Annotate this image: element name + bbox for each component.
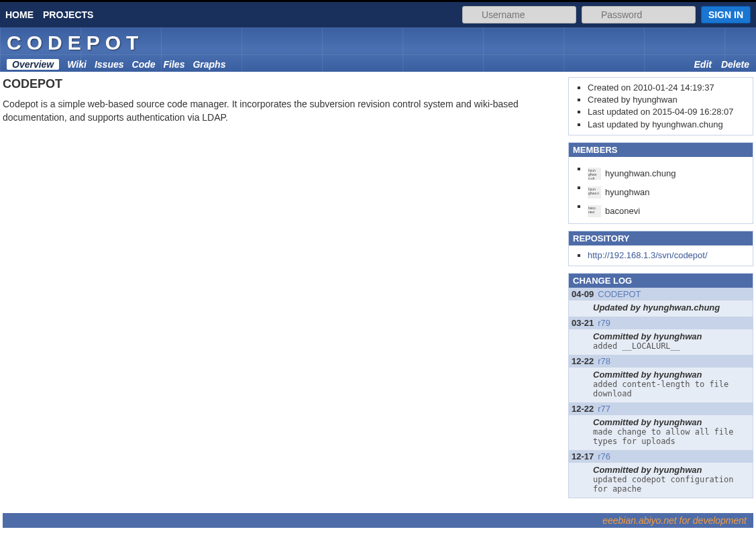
content: CODEPOT Codepot is a simple web-based so… <box>0 72 756 510</box>
info-updated-on: Last updated on 2015-04-09 16:28:07 <box>588 106 747 118</box>
main-content: CODEPOT Codepot is a simple web-based so… <box>3 77 560 505</box>
login-form: SIGN IN <box>462 6 751 23</box>
tab-overview[interactable]: Overview <box>7 59 59 70</box>
members-header: MEMBERS <box>569 143 753 157</box>
topbar: HOME PROJECTS SIGN IN <box>0 0 756 27</box>
changelog-panel: CHANGE LOG 04-09 CODEPOTUpdated by hyung… <box>568 273 753 498</box>
sidebar: Created on 2010-01-24 14:19:37 Created b… <box>568 77 753 505</box>
changelog-revision[interactable]: r76 <box>598 451 610 461</box>
banner: CODEPOT Overview Wiki Issues Code Files … <box>0 27 756 72</box>
changelog-date: 12-22 <box>572 404 594 414</box>
member-item: hyun ghwa nhyunghwan <box>588 182 747 199</box>
members-panel: MEMBERS hyun ghwa n.chhyunghwan.chunghyu… <box>568 142 753 224</box>
changelog-revision[interactable]: r79 <box>598 318 610 328</box>
changelog-message: made change to allow all file types for … <box>593 427 749 446</box>
info-panel: Created on 2010-01-24 14:19:37 Created b… <box>568 77 753 135</box>
footer-text: eeebian.abiyo.net for development <box>602 515 747 526</box>
changelog-message: added __LOCALURL__ <box>593 341 749 351</box>
changelog-header: CHANGE LOG <box>569 274 753 288</box>
changelog-revision[interactable]: CODEPOT <box>598 289 641 299</box>
avatar: hyun ghwa n.ch <box>588 168 601 180</box>
edit-link[interactable]: Edit <box>694 59 712 70</box>
tab-files[interactable]: Files <box>164 59 185 70</box>
repository-panel: REPOSITORY http://192.168.1.3/svn/codepo… <box>568 231 753 266</box>
changelog-date: 12-22 <box>572 356 594 366</box>
member-name: hyunghwan.chung <box>605 168 676 180</box>
tab-issues[interactable]: Issues <box>95 59 124 70</box>
changelog-entry: 12-17 r76Committed by hyunghwanupdated c… <box>569 450 753 498</box>
footer: eeebian.abiyo.net for development <box>3 513 753 528</box>
changelog-date: 03-21 <box>572 318 594 328</box>
info-created-by: Created by hyunghwan <box>588 94 747 106</box>
changelog-committer: Committed by hyunghwan <box>593 370 749 380</box>
changelog-entry: 12-22 r78Committed by hyunghwanadded con… <box>569 355 753 402</box>
avatar: hyun ghwa n <box>588 186 601 199</box>
changelog-date: 04-09 <box>572 289 594 299</box>
repository-url[interactable]: http://192.168.1.3/svn/codepot/ <box>588 250 708 260</box>
banner-title: CODEPOT <box>7 32 749 54</box>
tab-code[interactable]: Code <box>132 59 156 70</box>
changelog-revision[interactable]: r77 <box>598 404 610 414</box>
delete-link[interactable]: Delete <box>721 59 749 70</box>
topbar-nav: HOME PROJECTS <box>5 9 93 20</box>
changelog-date: 12-17 <box>572 451 594 461</box>
info-updated-by: Last updated by hyunghwan.chung <box>588 119 747 131</box>
tabbar: Overview Wiki Issues Code Files Graphs E… <box>7 59 749 70</box>
changelog-committer: Updated by hyunghwan.chung <box>593 302 749 313</box>
changelog-entry: 04-09 CODEPOTUpdated by hyunghwan.chung <box>569 288 753 317</box>
username-input[interactable] <box>462 6 576 23</box>
project-description: Codepot is a simple web-based source cod… <box>3 98 560 124</box>
changelog-revision[interactable]: r78 <box>598 356 610 366</box>
changelog-committer: Committed by hyunghwan <box>593 465 749 475</box>
changelog-committer: Committed by hyunghwan <box>593 331 749 341</box>
tab-graphs[interactable]: Graphs <box>193 59 225 70</box>
nav-projects[interactable]: PROJECTS <box>43 9 93 20</box>
nav-home[interactable]: HOME <box>5 9 34 20</box>
signin-button[interactable]: SIGN IN <box>701 6 751 23</box>
member-item: baco nevibaconevi <box>588 201 747 217</box>
tab-wiki[interactable]: Wiki <box>67 59 87 70</box>
info-created-on: Created on 2010-01-24 14:19:37 <box>588 82 747 94</box>
password-input[interactable] <box>582 6 696 23</box>
member-name: hyunghwan <box>605 186 650 199</box>
repository-header: REPOSITORY <box>569 231 753 245</box>
changelog-committer: Committed by hyunghwan <box>593 417 749 427</box>
avatar: baco nevi <box>588 205 601 217</box>
member-name: baconevi <box>605 205 640 217</box>
changelog-message: added content-length to file download <box>593 380 749 398</box>
changelog-message: updated codepot configuration for apache <box>593 475 749 494</box>
member-item: hyun ghwa n.chhyunghwan.chung <box>588 163 747 180</box>
changelog-entry: 03-21 r79Committed by hyunghwanadded __L… <box>569 317 753 355</box>
changelog-entry: 12-22 r77Committed by hyunghwanmade chan… <box>569 402 753 450</box>
project-title: CODEPOT <box>3 77 560 91</box>
